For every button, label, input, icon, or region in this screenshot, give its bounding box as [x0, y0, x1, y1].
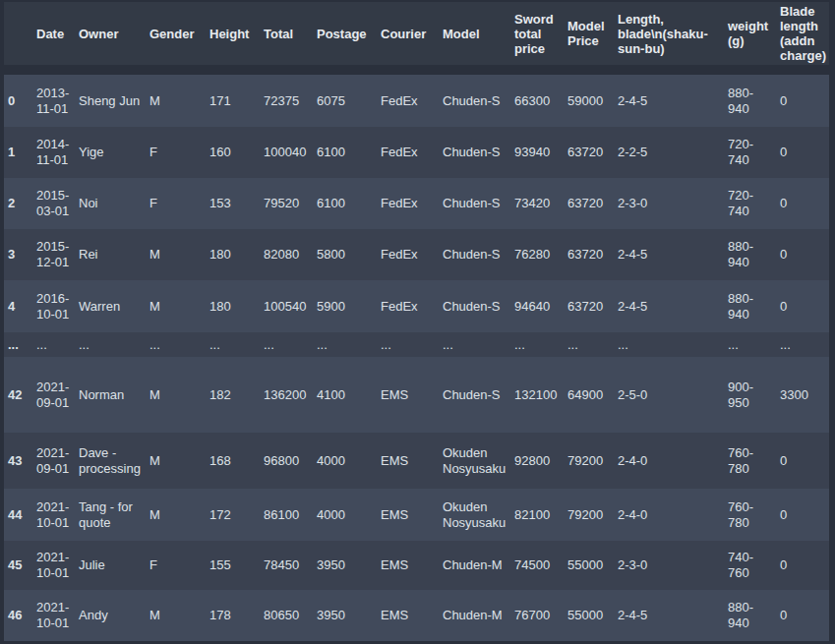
cell-model: Chuden-S [439, 75, 510, 127]
header-row: Date Owner Gender Height Total Postage C… [4, 2, 829, 75]
cell-height: 172 [206, 489, 260, 541]
cell-postage: 5900 [313, 280, 377, 332]
cell-owner: Norman [75, 357, 146, 433]
table-row: 43 2021-09-01 Dave - processing M 168 96… [4, 433, 829, 489]
row-index: 0 [4, 75, 32, 127]
column-header-index [4, 2, 32, 75]
cell-owner: Rei [75, 229, 146, 280]
cell-weight: 760-780 [724, 489, 776, 541]
column-header-gender: Gender [146, 2, 206, 75]
cell-owner: Tang - for quote [75, 489, 146, 541]
cell-date: 2021-10-01 [32, 541, 75, 590]
row-index: 44 [4, 489, 32, 541]
cell-height: 178 [206, 590, 260, 641]
cell-total: 80650 [260, 590, 313, 641]
cell-gender: M [146, 229, 206, 280]
table-row: 4 2016-10-01 Warren M 180 100540 5900 Fe… [4, 280, 829, 332]
cell-height: 153 [206, 178, 260, 229]
column-header-postage: Postage [313, 2, 377, 75]
cell-courier: ... [377, 332, 439, 357]
cell-blade-length: 0 [776, 178, 829, 229]
table-header: Date Owner Gender Height Total Postage C… [4, 2, 829, 75]
cell-model-price: 63720 [564, 280, 614, 332]
column-header-date: Date [32, 2, 75, 75]
table-row: 42 2021-09-01 Norman M 182 136200 4100 E… [4, 357, 829, 433]
table-row-ellipsis: ... ... ... ... ... ... ... ... ... ... … [4, 332, 829, 357]
cell-length-blade: 2-5-0 [614, 357, 724, 433]
row-index: 4 [4, 280, 32, 332]
cell-height: 180 [206, 280, 260, 332]
cell-weight: 740-760 [724, 541, 776, 590]
cell-model-price: 63720 [564, 229, 614, 280]
cell-height: ... [206, 332, 260, 357]
cell-postage: 6100 [313, 178, 377, 229]
cell-model: Okuden Nosyusaku [439, 433, 510, 489]
cell-length-blade: 2-3-0 [614, 178, 724, 229]
cell-model-price: 59000 [564, 75, 614, 127]
cell-model-price: 63720 [564, 178, 614, 229]
column-header-weight-g: weight (g) [724, 2, 776, 75]
cell-length-blade: ... [614, 332, 724, 357]
cell-model-price: 55000 [564, 590, 614, 641]
cell-courier: EMS [377, 590, 439, 641]
cell-date: 2013-11-01 [32, 75, 75, 127]
cell-courier: FedEx [377, 127, 439, 178]
cell-postage: 3950 [313, 541, 377, 590]
cell-blade-length: 0 [776, 229, 829, 280]
row-index: 1 [4, 127, 32, 178]
cell-model: Chuden-S [439, 357, 510, 433]
table-row: 1 2014-11-01 Yige F 160 100040 6100 FedE… [4, 127, 829, 178]
cell-sword-total-price: 76280 [510, 229, 564, 280]
cell-date: 2021-09-01 [32, 357, 75, 433]
cell-weight: 720-740 [724, 127, 776, 178]
cell-model-price: 63720 [564, 127, 614, 178]
cell-owner: Andy [75, 590, 146, 641]
cell-owner: Sheng Jun [75, 75, 146, 127]
cell-model-price: 79200 [564, 433, 614, 489]
row-index: 46 [4, 590, 32, 641]
cell-owner: Yige [75, 127, 146, 178]
cell-sword-total-price: 76700 [510, 590, 564, 641]
dataframe-view: Date Owner Gender Height Total Postage C… [0, 0, 835, 644]
cell-model: ... [439, 332, 510, 357]
cell-model: Chuden-S [439, 178, 510, 229]
cell-model-price: ... [564, 332, 614, 357]
cell-model: Chuden-S [439, 280, 510, 332]
cell-owner: Dave - processing [75, 433, 146, 489]
cell-total: 82080 [260, 229, 313, 280]
cell-gender: F [146, 178, 206, 229]
cell-height: 171 [206, 75, 260, 127]
cell-blade-length: 0 [776, 75, 829, 127]
cell-total: 86100 [260, 489, 313, 541]
cell-blade-length: ... [776, 332, 829, 357]
cell-weight: 880-940 [724, 590, 776, 641]
table-row: 46 2021-10-01 Andy M 178 80650 3950 EMS … [4, 590, 829, 641]
cell-height: 168 [206, 433, 260, 489]
cell-height: 160 [206, 127, 260, 178]
cell-blade-length: 0 [776, 541, 829, 590]
cell-date: ... [32, 332, 75, 357]
column-header-model-price: Model Price [564, 2, 614, 75]
cell-date: 2021-10-01 [32, 489, 75, 541]
cell-courier: EMS [377, 541, 439, 590]
cell-sword-total-price: 73420 [510, 178, 564, 229]
row-index: 42 [4, 357, 32, 433]
table-row: 0 2013-11-01 Sheng Jun M 171 72375 6075 … [4, 75, 829, 127]
cell-length-blade: 2-2-5 [614, 127, 724, 178]
cell-model: Chuden-M [439, 541, 510, 590]
column-header-height: Height [206, 2, 260, 75]
cell-date: 2021-09-01 [32, 433, 75, 489]
cell-total: 100540 [260, 280, 313, 332]
cell-model-price: 55000 [564, 541, 614, 590]
cell-courier: EMS [377, 433, 439, 489]
cell-sword-total-price: 94640 [510, 280, 564, 332]
cell-courier: EMS [377, 357, 439, 433]
cell-model-price: 79200 [564, 489, 614, 541]
cell-total: ... [260, 332, 313, 357]
cell-postage: 6075 [313, 75, 377, 127]
cell-date: 2021-10-01 [32, 590, 75, 641]
cell-postage: 6100 [313, 127, 377, 178]
table-row: 2 2015-03-01 Noi F 153 79520 6100 FedEx … [4, 178, 829, 229]
cell-gender: M [146, 489, 206, 541]
cell-postage: ... [313, 332, 377, 357]
